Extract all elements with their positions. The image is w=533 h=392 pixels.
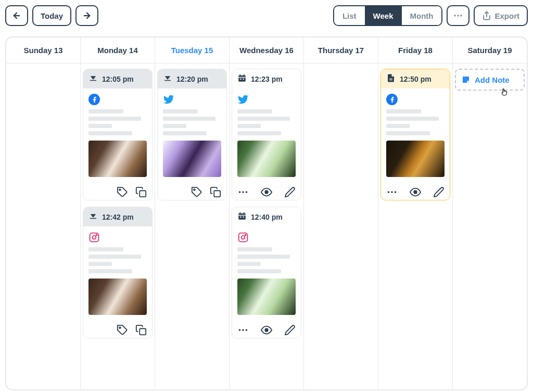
prev-button[interactable] — [5, 5, 28, 26]
svg-point-37 — [239, 329, 241, 331]
post-image — [88, 279, 147, 315]
post-card[interactable]: 12:42 pm — [83, 207, 153, 338]
svg-rect-28 — [238, 213, 246, 220]
today-button[interactable]: Today — [32, 5, 71, 26]
svg-point-25 — [242, 191, 244, 193]
add-note-label: Add Note — [475, 75, 510, 84]
day-body[interactable]: 12:50 pm — [378, 64, 452, 206]
toolbar-right: List Week Month Export — [333, 5, 528, 26]
svg-point-27 — [265, 191, 268, 194]
svg-point-11 — [93, 236, 96, 239]
svg-point-26 — [246, 191, 248, 193]
tag-icon[interactable] — [117, 324, 128, 336]
svg-rect-22 — [240, 79, 241, 80]
next-button[interactable] — [75, 5, 98, 26]
day-body[interactable]: 12:20 pm — [155, 64, 229, 206]
svg-point-44 — [391, 191, 393, 193]
day-column: Friday 1812:50 pm — [378, 37, 453, 389]
instagram-icon — [237, 232, 296, 243]
post-image — [237, 279, 296, 315]
post-card[interactable]: 12:23 pm — [232, 69, 301, 200]
post-time: 12:50 pm — [400, 75, 432, 83]
export-button[interactable]: Export — [474, 5, 528, 26]
post-time: 12:40 pm — [251, 213, 283, 221]
more-icon[interactable] — [237, 324, 249, 336]
day-body[interactable]: 12:23 pm12:40 pm — [230, 64, 303, 344]
view-list-button[interactable]: List — [334, 6, 365, 25]
svg-point-24 — [239, 191, 241, 193]
day-header: Tuesday 15 — [155, 37, 229, 64]
status-icon — [386, 73, 396, 84]
post-card[interactable]: 12:40 pm — [232, 207, 301, 338]
more-icon[interactable] — [237, 186, 249, 198]
tag-icon[interactable] — [117, 186, 128, 198]
facebook-icon — [386, 94, 445, 105]
post-text-placeholder — [88, 109, 147, 135]
cursor-hand-icon — [500, 87, 509, 96]
svg-point-13 — [119, 327, 121, 328]
svg-point-3 — [458, 15, 459, 16]
post-card[interactable]: 12:50 pm — [380, 69, 450, 200]
pencil-icon[interactable] — [284, 186, 296, 198]
pencil-icon[interactable] — [433, 186, 445, 198]
eye-icon[interactable] — [261, 324, 272, 336]
day-body[interactable] — [6, 64, 80, 74]
day-column: Wednesday 1612:23 pm12:40 pm — [230, 37, 304, 389]
note-icon — [461, 75, 471, 84]
svg-rect-8 — [139, 191, 146, 197]
copy-icon[interactable] — [135, 324, 147, 336]
more-button[interactable] — [447, 5, 469, 26]
day-column: Monday 1412:05 pm12:42 pm — [81, 37, 155, 389]
day-body[interactable]: Add Note — [453, 64, 527, 96]
view-month-button[interactable]: Month — [402, 6, 442, 25]
status-icon — [237, 211, 247, 222]
svg-rect-9 — [90, 218, 96, 219]
svg-point-2 — [454, 15, 456, 16]
svg-rect-6 — [90, 80, 96, 81]
svg-point-46 — [414, 191, 417, 194]
post-time: 12:05 pm — [102, 75, 134, 83]
day-body[interactable] — [304, 64, 378, 74]
post-time: 12:42 pm — [102, 213, 134, 221]
ellipsis-icon — [453, 10, 463, 21]
twitter-icon — [163, 94, 221, 105]
card-actions — [232, 182, 301, 200]
day-column: Sunday 13 — [6, 37, 81, 389]
card-header: 12:23 pm — [232, 69, 301, 88]
svg-rect-32 — [240, 217, 241, 218]
facebook-icon — [88, 94, 147, 105]
day-column: Tuesday 1512:20 pm — [155, 37, 230, 389]
post-text-placeholder — [237, 109, 296, 135]
svg-rect-41 — [389, 79, 392, 79]
tag-icon[interactable] — [191, 186, 202, 198]
copy-icon[interactable] — [210, 186, 221, 198]
svg-rect-42 — [389, 80, 392, 80]
arrow-left-icon — [12, 11, 21, 20]
card-header: 12:50 pm — [381, 69, 450, 88]
card-header: 12:42 pm — [83, 207, 152, 226]
card-body — [158, 88, 226, 182]
card-actions — [83, 182, 152, 200]
svg-point-43 — [388, 191, 390, 193]
post-card[interactable]: 12:20 pm — [157, 69, 227, 200]
day-column: Thursday 17 — [304, 37, 378, 389]
eye-icon[interactable] — [410, 186, 421, 198]
day-body[interactable]: 12:05 pm12:42 pm — [81, 64, 155, 344]
day-header: Sunday 13 — [6, 37, 80, 64]
view-week-button[interactable]: Week — [365, 6, 402, 25]
more-icon[interactable] — [386, 186, 398, 198]
svg-point-40 — [265, 328, 268, 332]
eye-icon[interactable] — [261, 186, 272, 198]
post-image — [88, 141, 147, 177]
card-actions — [232, 320, 301, 338]
add-note-button[interactable]: Add Note — [455, 69, 525, 91]
post-text-placeholder — [237, 247, 296, 273]
card-actions — [381, 182, 450, 200]
copy-icon[interactable] — [135, 186, 147, 198]
pencil-icon[interactable] — [284, 324, 296, 336]
post-card[interactable]: 12:05 pm — [83, 69, 153, 200]
export-label: Export — [494, 11, 519, 20]
post-image — [386, 141, 445, 177]
post-text-placeholder — [386, 109, 445, 135]
svg-point-45 — [395, 191, 397, 193]
